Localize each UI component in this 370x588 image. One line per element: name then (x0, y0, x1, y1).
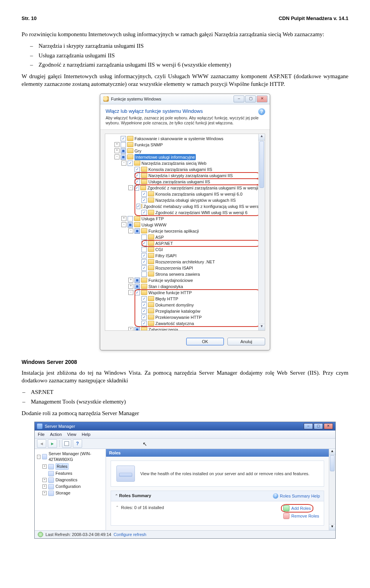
configure-refresh-link[interactable]: Configure refresh (114, 532, 146, 537)
menu-file[interactable]: File (38, 432, 45, 437)
collapse-icon[interactable]: - (121, 161, 126, 166)
tree-item[interactable]: Konsola zarządzania usługami IIS (148, 166, 212, 173)
collapse-icon[interactable]: - (121, 222, 126, 227)
tree-item[interactable]: Zgodność metabazy usług IIS z konfigurac… (143, 203, 264, 209)
checkbox[interactable] (141, 191, 147, 197)
tree-item[interactable]: Wspólne funkcje HTTP (148, 290, 192, 296)
checkbox[interactable] (121, 148, 126, 154)
maximize-button[interactable]: ▢ (245, 95, 256, 102)
remove-roles-link[interactable]: Remove Roles (283, 513, 319, 519)
tree-item[interactable]: Usługa zarządzania usługami IIS (148, 179, 210, 185)
checkbox[interactable] (135, 228, 140, 234)
collapse-icon[interactable]: - (128, 228, 133, 233)
tree-item[interactable]: Funkcje wydajnościowe (148, 277, 193, 283)
expand-icon[interactable]: + (42, 478, 47, 482)
roles-summary-help-link[interactable]: ? Roles Summary Help (273, 493, 320, 499)
checkbox[interactable] (135, 284, 140, 289)
collapse-icon[interactable]: - (128, 185, 133, 190)
tree-item[interactable]: Usługi WWW (141, 222, 166, 228)
tree-item[interactable]: Przekierowywanie HTTP (155, 314, 202, 320)
scroll-down-icon[interactable]: ▼ (259, 324, 265, 330)
add-roles-link[interactable]: Add Roles (283, 505, 311, 511)
tree-item[interactable]: Narzędzia i skrypty zarządzania usługami… (148, 173, 233, 179)
checkbox[interactable] (134, 185, 139, 191)
nav-forward-button[interactable]: ► (48, 439, 57, 448)
checkbox[interactable] (121, 142, 126, 147)
dialog-scrollbar[interactable]: ▲ ▼ (258, 134, 265, 330)
menu-view[interactable]: View (67, 432, 76, 437)
collapse-icon[interactable]: - (37, 455, 40, 459)
scroll-down-icon[interactable]: ▼ (329, 524, 335, 530)
scroll-up-icon[interactable]: ▲ (259, 134, 265, 141)
checkbox[interactable] (128, 222, 133, 228)
tree-item[interactable]: Funkcja SNMP (135, 142, 163, 148)
ok-button[interactable]: OK (186, 338, 224, 345)
properties-button[interactable] (62, 439, 71, 448)
tree-item[interactable]: ASP.NET (155, 240, 173, 246)
tree-item[interactable]: Konsola zarządzania usługami IIS w wersj… (155, 191, 242, 197)
tree-item[interactable]: Usługa FTP (141, 216, 164, 222)
sm-sidebar[interactable]: -Server Manager (WIN-42TAW80XG +Roles Fe… (35, 449, 106, 530)
checkbox[interactable] (141, 315, 147, 320)
collapse-icon[interactable]: - (128, 290, 133, 295)
collapse-icon[interactable]: - (114, 154, 119, 159)
checkbox[interactable] (121, 154, 126, 160)
nav-back-button[interactable]: ◄ (37, 439, 46, 448)
sidebar-configuration[interactable]: Configuration (56, 484, 81, 489)
expand-icon[interactable]: + (42, 484, 47, 489)
expand-icon[interactable]: + (114, 148, 119, 153)
tree-item[interactable]: Faksowanie i skanowanie w systemie Windo… (135, 136, 223, 142)
tree-item[interactable]: Przeglądanie katalogów (155, 308, 200, 314)
sidebar-diagnostics[interactable]: Diagnostics (56, 477, 77, 483)
tree-item[interactable]: Gry (135, 148, 141, 154)
tree-item[interactable]: Błędy HTTP (155, 296, 178, 302)
checkbox[interactable] (141, 247, 147, 252)
tree-item[interactable]: Filtry ISAPI (155, 253, 177, 259)
expand-icon[interactable]: + (128, 278, 133, 283)
feature-tree[interactable]: Faksowanie i skanowanie w systemie Windo… (105, 134, 265, 331)
checkbox[interactable] (141, 259, 147, 265)
tree-item[interactable]: Dokument domyślny (155, 302, 194, 308)
tree-item[interactable]: Zabezpieczenia (148, 327, 178, 331)
scroll-up-icon[interactable]: ▲ (329, 449, 335, 455)
expand-icon[interactable]: + (42, 491, 47, 495)
close-button[interactable]: ✕ (257, 95, 267, 102)
tree-item[interactable]: CGI (155, 246, 163, 253)
checkbox[interactable] (136, 204, 140, 209)
sm-menubar[interactable]: File Action View Help (35, 431, 335, 439)
checkbox[interactable] (135, 179, 140, 184)
sidebar-storage[interactable]: Storage (56, 490, 71, 496)
checkbox[interactable] (141, 308, 147, 314)
dialog-titlebar[interactable]: Funkcje systemu Windows – ▢ ✕ (100, 94, 270, 104)
checkbox[interactable] (128, 161, 133, 166)
menu-action[interactable]: Action (50, 432, 62, 437)
checkbox[interactable] (135, 173, 140, 178)
checkbox[interactable] (141, 321, 147, 326)
checkbox[interactable] (135, 167, 140, 172)
tree-item[interactable]: Narzędzia zarządzania siecią Web (141, 160, 207, 166)
collapse-caret-icon[interactable]: ⌃ (115, 494, 118, 498)
tree-item[interactable]: Strona serwera zawiera (155, 271, 200, 277)
checkbox[interactable] (141, 265, 147, 271)
expand-icon[interactable]: + (128, 284, 133, 289)
checkbox[interactable] (141, 302, 147, 308)
scroll-thumb[interactable] (259, 141, 264, 188)
minimize-button[interactable]: – (304, 423, 313, 429)
checkbox[interactable] (141, 210, 147, 215)
checkbox[interactable] (135, 290, 140, 295)
tree-item[interactable]: Zgodność z narzędziani WMI usług IIS w w… (155, 209, 247, 216)
help-button[interactable]: ? (73, 439, 82, 448)
tree-item[interactable]: Rozszerzenia architektury .NET (155, 259, 215, 265)
minimize-button[interactable]: – (234, 95, 244, 102)
checkbox[interactable] (141, 198, 147, 203)
expand-icon[interactable]: + (42, 464, 47, 469)
checkbox[interactable] (128, 216, 133, 221)
checkbox[interactable] (141, 253, 147, 258)
sidebar-roles[interactable]: Roles (56, 463, 69, 470)
checkbox[interactable] (141, 296, 147, 302)
collapse-caret-icon[interactable]: ⌃ (116, 505, 119, 519)
sidebar-root[interactable]: Server Manager (WIN-42TAW80XG (49, 451, 103, 462)
tree-item[interactable]: Zgodność z narzędziami zarządzania usług… (147, 185, 262, 191)
sm-scrollbar[interactable]: ▲ ▼ (329, 449, 335, 530)
expand-icon[interactable]: + (114, 142, 119, 147)
